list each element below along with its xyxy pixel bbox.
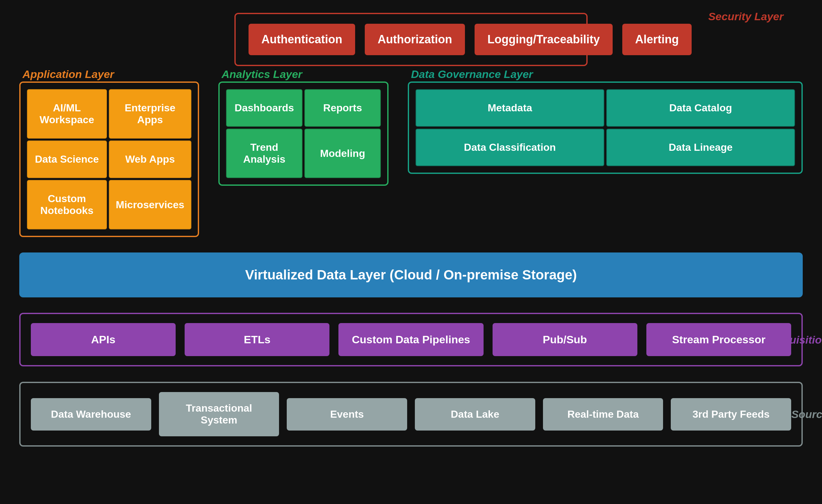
security-item-logging: Logging/Traceability [475, 24, 612, 55]
acquisition-layer-section: Acquisition Layer APIs ETLs Custom Data … [19, 313, 803, 366]
app-item-webapps: Web Apps [109, 141, 191, 178]
acquisition-layer-label: Acquisition Layer [769, 333, 822, 346]
source-layer-label: Source Layer [792, 408, 822, 421]
analytics-item-dashboards: Dashboards [226, 89, 303, 127]
security-layer-label: Security Layer [708, 10, 783, 23]
analytics-layer-section: Analytics Layer Dashboards Reports Trend… [218, 81, 389, 186]
app-item-aiml: AI/ML Workspace [27, 89, 107, 139]
source-item-warehouse: Data Warehouse [31, 398, 151, 431]
governance-item-metadata: Metadata [415, 89, 604, 127]
app-item-datascience: Data Science [27, 141, 107, 178]
app-item-microservices: Microservices [109, 180, 191, 229]
architecture-diagram: Security Layer Authentication Authorizat… [19, 13, 803, 447]
app-item-enterprise: Enterprise Apps [109, 89, 191, 139]
analytics-item-trend: Trend Analysis [226, 129, 303, 178]
analytics-item-modeling: Modeling [304, 129, 381, 178]
source-item-datalake: Data Lake [415, 398, 535, 431]
application-layer-box: AI/ML Workspace Enterprise Apps Data Sci… [19, 81, 199, 237]
middle-row: Application Layer AI/ML Workspace Enterp… [19, 81, 803, 237]
governance-item-datacatalog: Data Catalog [606, 89, 795, 127]
source-item-realtime: Real-time Data [543, 398, 664, 431]
virtualized-layer: Virtualized Data Layer (Cloud / On-premi… [19, 252, 803, 297]
source-item-events: Events [287, 398, 407, 431]
governance-layer-label: Data Governance Layer [411, 68, 533, 81]
analytics-layer-box: Dashboards Reports Trend Analysis Modeli… [218, 81, 389, 186]
analytics-item-reports: Reports [304, 89, 381, 127]
application-layer-label: Application Layer [22, 68, 114, 81]
acquisition-layer-box: APIs ETLs Custom Data Pipelines Pub/Sub … [19, 313, 803, 366]
acquisition-item-apis: APIs [31, 323, 175, 356]
security-item-authorization: Authorization [365, 24, 465, 55]
acquisition-item-pubsub: Pub/Sub [492, 323, 638, 356]
governance-item-lineage: Data Lineage [606, 129, 795, 166]
application-layer-section: Application Layer AI/ML Workspace Enterp… [19, 81, 199, 237]
acquisition-item-etls: ETLs [184, 323, 330, 356]
acquisition-item-pipelines: Custom Data Pipelines [338, 323, 483, 356]
app-item-notebooks: Custom Notebooks [27, 180, 107, 229]
source-layer-box: Data Warehouse Transactional System Even… [19, 382, 803, 447]
security-layer-box: Authentication Authorization Logging/Tra… [235, 13, 587, 66]
governance-item-classification: Data Classification [415, 129, 604, 166]
source-layer-section: Source Layer Data Warehouse Transactiona… [19, 382, 803, 447]
security-item-alerting: Alerting [622, 24, 692, 55]
source-item-transactional: Transactional System [159, 392, 279, 436]
governance-layer-section: Data Governance Layer Metadata Data Cata… [408, 81, 803, 174]
security-item-authentication: Authentication [249, 24, 355, 55]
analytics-layer-label: Analytics Layer [222, 68, 302, 81]
security-layer-section: Security Layer Authentication Authorizat… [19, 13, 803, 66]
source-item-thirdparty: 3rd Party Feeds [671, 398, 791, 431]
governance-layer-box: Metadata Data Catalog Data Classificatio… [408, 81, 803, 174]
